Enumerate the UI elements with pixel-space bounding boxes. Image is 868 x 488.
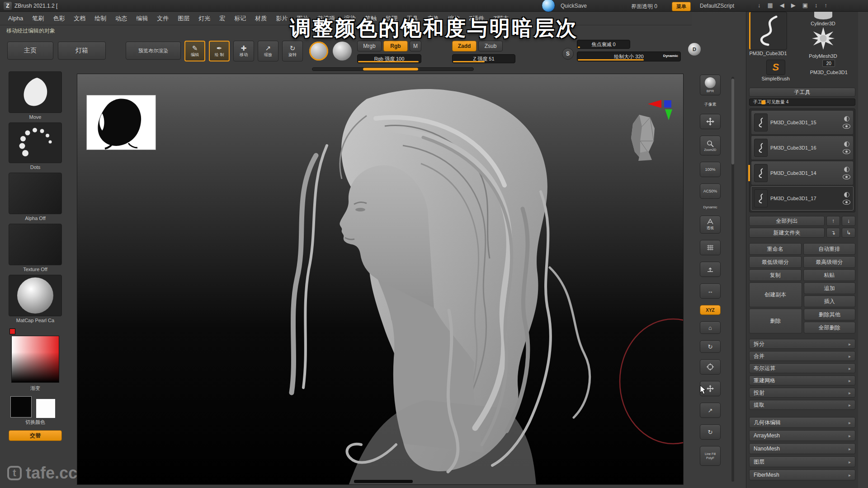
y-axis-arrow-icon[interactable] [665, 109, 672, 120]
z-intensity-slider[interactable]: Z 强度 51 [452, 54, 515, 63]
current-brush-thumbnail[interactable] [9, 71, 62, 113]
edit-mode-button[interactable]: ✎ 编辑 [184, 41, 205, 61]
visibility-eye-icon[interactable] [843, 174, 850, 179]
delete-all-button[interactable]: 全部删除 [804, 322, 856, 333]
spix-label[interactable]: 子像素 [704, 102, 717, 108]
subtool-header[interactable]: 子工具 [749, 88, 855, 97]
zscript-button[interactable]: DefaultZScript [700, 3, 734, 9]
visibility-eye-icon[interactable] [843, 149, 850, 154]
texture-thumbnail[interactable] [9, 224, 62, 265]
delete-other-button[interactable]: 删除其他 [804, 309, 856, 320]
menu-item[interactable]: 色彩 [48, 14, 69, 23]
section-bar[interactable]: 投射 [749, 388, 855, 398]
rename-button[interactable]: 重命名 [749, 243, 802, 255]
menu-item[interactable]: 编辑 [132, 14, 152, 23]
canvas-zoom-track[interactable] [312, 67, 474, 71]
insert-button[interactable]: 插入 [804, 296, 856, 307]
redo-view-button[interactable]: ↻ [700, 340, 721, 353]
swap-icon[interactable]: ↕ [815, 2, 818, 9]
copy-button[interactable]: 复制 [749, 269, 802, 281]
menu-item[interactable]: Alpha [4, 15, 28, 22]
polypaint-icon[interactable] [844, 141, 849, 147]
saturation-value-picker[interactable] [11, 336, 59, 383]
elevation-button[interactable] [700, 262, 721, 277]
move-out-folder-button[interactable]: ↳ [842, 228, 855, 238]
move-into-folder-button[interactable]: ↴ [826, 228, 840, 238]
current-tool-slot[interactable]: PM3D_Cube3D1 [749, 12, 787, 59]
brush-stroke-icon[interactable] [309, 42, 328, 61]
subtool-thumbnail[interactable] [754, 113, 768, 131]
menu-button[interactable]: 菜单 [672, 2, 691, 11]
perspective-button[interactable]: 透视 [700, 216, 721, 234]
move-down-button[interactable]: ↓ [842, 216, 855, 226]
scroll-canvas-button[interactable] [700, 114, 721, 129]
polyframe-button[interactable]: Line Fill PolyF [700, 446, 721, 466]
menu-item[interactable]: 绘制 [90, 14, 111, 23]
aa-half-button[interactable]: AC50% [700, 183, 721, 199]
polypaint-icon[interactable] [844, 192, 849, 197]
section-bar[interactable]: 合并 [749, 351, 855, 361]
z-axis-cube-icon[interactable] [664, 100, 671, 108]
xyz-symmetry-button[interactable]: XYZ [700, 305, 721, 315]
stroke-thumbnail[interactable] [9, 122, 62, 163]
frame-mesh-button[interactable] [700, 359, 721, 375]
section-bar[interactable]: 拆分 [749, 339, 855, 349]
delete-button[interactable]: 删除 [749, 309, 802, 333]
subpalette-bar[interactable]: 几何体编辑 [749, 417, 855, 428]
export-icon[interactable]: ↑ [825, 2, 828, 9]
lowest-subdiv-button[interactable]: 最低级细分 [749, 256, 802, 268]
highest-subdiv-button[interactable]: 最高级细分 [803, 256, 856, 268]
save-down-icon[interactable]: ↓ [758, 2, 761, 9]
preview-boolean-button[interactable]: 预览布尔渲染 [126, 42, 181, 60]
scrollbar-handle[interactable] [731, 79, 734, 164]
subtool-row[interactable]: PM3D_Cube3D1_15 [751, 110, 854, 135]
subpalette-bar[interactable]: FiberMesh [749, 469, 855, 480]
subtool-row[interactable]: PM3D_Cube3D1_16 [751, 136, 854, 160]
grid-icon[interactable]: ▦ [768, 2, 773, 9]
secondary-color-swatch[interactable] [36, 399, 56, 418]
move-mode-button[interactable]: ✚ 移动 [233, 41, 254, 61]
canvas-viewport[interactable] [77, 74, 684, 485]
polypaint-icon[interactable] [844, 116, 849, 122]
primary-color-swatch[interactable] [10, 396, 32, 418]
draw-size-slider[interactable]: 绘制大小 320 Dynamic [577, 52, 681, 61]
menu-item[interactable]: 动态 [111, 14, 132, 23]
rotate-mode-button[interactable]: ↻ 旋转 [282, 41, 303, 61]
quicksave-button[interactable]: QuickSave [561, 3, 587, 9]
subpalette-bar[interactable]: 图层 [749, 456, 855, 467]
menu-item[interactable]: 文档 [69, 14, 90, 23]
subpalette-bar[interactable]: ArrayMesh [749, 430, 855, 441]
scale-mode-button[interactable]: ↗ 缩放 [258, 41, 278, 61]
subpalette-bar[interactable]: NanoMesh [749, 443, 855, 454]
polypaint-icon[interactable] [844, 167, 849, 172]
cube-slot[interactable]: 20 PM3D_Cube3D1 [802, 60, 856, 85]
dynamic-mode-label[interactable]: Dynamic [663, 54, 678, 58]
cylinder-tool-thumbnail[interactable] [811, 12, 836, 20]
simplebrush-slot[interactable]: S SimpleBrush [749, 60, 802, 85]
dynamic-subdiv-button[interactable]: D [688, 43, 701, 56]
paste-button[interactable]: 粘贴 [803, 269, 856, 281]
subtool-thumbnail[interactable] [754, 164, 768, 182]
material-thumbnail[interactable] [9, 275, 62, 316]
auto-reorder-button[interactable]: 自动重排 [803, 243, 856, 255]
section-bar[interactable]: 重建网格 [749, 375, 855, 385]
local-symmetry-button[interactable]: ↔ [700, 283, 721, 299]
draw-mode-button[interactable]: ✒ 绘 制 [209, 41, 230, 61]
move-up-button[interactable]: ↑ [826, 216, 840, 226]
prev-icon[interactable]: ◀ [780, 2, 784, 9]
floor-grid-button[interactable] [700, 240, 721, 255]
new-folder-button[interactable]: 新建文件夹 [749, 228, 825, 238]
alternate-color-button[interactable]: 交替 [9, 430, 62, 441]
bpr-render-button[interactable]: BPR [700, 75, 721, 95]
frame-home-button[interactable]: ⌂ [700, 321, 721, 334]
menu-item[interactable]: 笔刷 [28, 14, 48, 23]
section-bar[interactable]: 提取 [749, 400, 855, 410]
duplicate-button[interactable]: 创建副本 [749, 282, 802, 307]
scale-canvas-button[interactable]: ↗ [700, 403, 721, 418]
subtool-row-selected[interactable]: PM3D_Cube3D1_17 [751, 186, 854, 211]
zoom2d-button[interactable]: Zoom2D [700, 136, 721, 155]
append-button[interactable]: 追加 [804, 282, 856, 294]
lightbox-button[interactable]: 灯箱 [58, 42, 106, 60]
nav-thumbnail[interactable] [86, 95, 156, 150]
gradient-sphere-icon[interactable] [333, 42, 352, 61]
